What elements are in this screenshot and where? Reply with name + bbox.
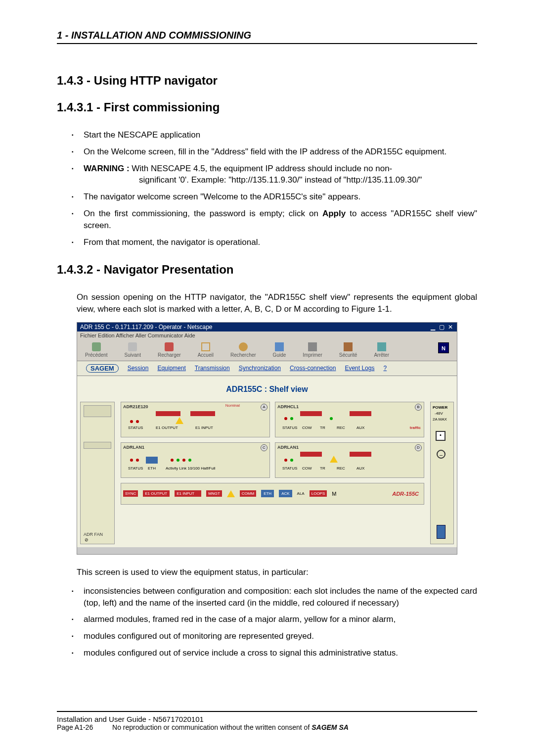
guide-button[interactable]: Guide: [273, 342, 286, 358]
tab-synchronization[interactable]: Synchronization: [239, 365, 281, 372]
list-item: The navigator welcome screen "Welcome to…: [84, 191, 477, 203]
warning-label: WARNING :: [84, 164, 130, 173]
window-titlebar: ADR 155 C - 0.171.117.209 - Operator - N…: [77, 323, 457, 331]
sagem-logo: SAGEM: [86, 364, 119, 373]
menubar[interactable]: Fichier Edition Afficher Aller Communica…: [77, 331, 457, 339]
list-item: alarmed modules, framed red in the case …: [84, 614, 477, 625]
stop-button[interactable]: Arrêter: [374, 342, 389, 358]
slot-c-card[interactable]: ADRLAN1 C STATUS ETH Activity Link 10/1: [121, 442, 270, 478]
slot-a-card[interactable]: ADR21E120 Nominal A STATUS E1 OUTPUT E1 …: [121, 402, 270, 437]
warning-text-2: significant '0'. Example: "http://135.11…: [139, 174, 477, 186]
fan-module[interactable]: ADR FAN ⊘: [80, 402, 115, 544]
page-number: Page A1-26: [57, 723, 93, 731]
warning-text-1: With NESCAPE 4.5, the equipment IP addre…: [132, 164, 392, 173]
apply-keyword: Apply: [322, 209, 346, 218]
tab-event-logs[interactable]: Event Logs: [345, 365, 374, 372]
security-button[interactable]: Sécurité: [339, 342, 357, 358]
tab-cross-connection[interactable]: Cross-connection: [290, 365, 336, 372]
list-item-warning: WARNING : With NESCAPE 4.5, the equipmen…: [84, 163, 477, 187]
list-item: Start the NESCAPE application: [84, 129, 477, 141]
nav-forward-button[interactable]: Suivant: [125, 342, 141, 358]
tab-help[interactable]: ?: [383, 365, 387, 372]
netscape-icon: N: [438, 342, 449, 353]
list-item: modules configured out of monitoring are…: [84, 630, 477, 642]
list-item: On the first commissioning, the password…: [84, 208, 477, 232]
shelf-view-title: ADR155C : Shelf view: [77, 376, 457, 399]
adr155c-brand: ADR-155C: [392, 491, 422, 497]
heading-1-4-3-1: 1.4.3.1 - First commissioning: [57, 100, 477, 114]
window-title: ADR 155 C - 0.171.117.209 - Operator - N…: [80, 324, 212, 331]
reload-button[interactable]: Recharger: [158, 342, 181, 358]
footer-line-1: Installation and User Guide - N567170201…: [57, 715, 477, 723]
list-item: On the Welcome screen, fill in the "Addr…: [84, 146, 477, 158]
screenshot-shelf-view: ADR 155 C - 0.171.117.209 - Operator - N…: [77, 322, 457, 555]
list-item: modules configured out of service includ…: [84, 647, 477, 659]
paragraph-intro: On session opening on the HTTP navigator…: [77, 291, 477, 315]
search-button[interactable]: Rechercher: [230, 342, 256, 358]
tab-equipment[interactable]: Equipment: [157, 365, 185, 372]
sagem-brand: SAGEM SA: [312, 723, 349, 731]
tab-transmission[interactable]: Transmission: [195, 365, 230, 372]
toolbar: Précédent Suivant Recharger Accueil Rech…: [77, 339, 457, 361]
power-module[interactable]: POWER -48V 2A MAX • –: [430, 402, 454, 544]
tab-session[interactable]: Session: [128, 365, 149, 372]
bullet-list-1: Start the NESCAPE application On the Wel…: [84, 129, 477, 248]
nav-back-button[interactable]: Précédent: [85, 342, 108, 358]
heading-1-4-3: 1.4.3 - Using HTTP navigator: [57, 74, 477, 88]
window-controls[interactable]: ▁ ▢ ✕: [431, 324, 454, 331]
list-item: inconsistencies between configuration an…: [84, 585, 477, 609]
heading-1-4-3-2: 1.4.3.2 - Navigator Presentation: [57, 263, 477, 277]
slot-d-card[interactable]: ADRLAN1 D STATUS COW TR REC AUX: [275, 442, 424, 478]
bullet-list-2: inconsistencies between configuration an…: [84, 585, 477, 659]
copyright-text: No reproduction or communication without…: [112, 723, 312, 731]
chapter-title: 1 - INSTALLATION AND COMMISSIONING: [57, 30, 251, 41]
page-footer: Installation and User Guide - N567170201…: [57, 711, 477, 731]
slot-b-card[interactable]: ADRHCL1 B STATUS COW TR REC AUX: [275, 402, 424, 437]
home-button[interactable]: Accueil: [198, 342, 214, 358]
fan-label: ADR FAN: [84, 532, 103, 537]
list-item: From that moment, the navigator is opera…: [84, 236, 477, 248]
print-button[interactable]: Imprimer: [303, 342, 322, 358]
slot-m-card[interactable]: SYNC E1 OUTPUT E1 INPUT MNGT COMM ETH AC…: [121, 483, 424, 505]
paragraph-status: This screen is used to view the equipmen…: [77, 567, 477, 578]
nav-tabs: SAGEM Session Equipment Transmission Syn…: [77, 361, 457, 376]
page-header: 1 - INSTALLATION AND COMMISSIONING: [57, 30, 477, 44]
